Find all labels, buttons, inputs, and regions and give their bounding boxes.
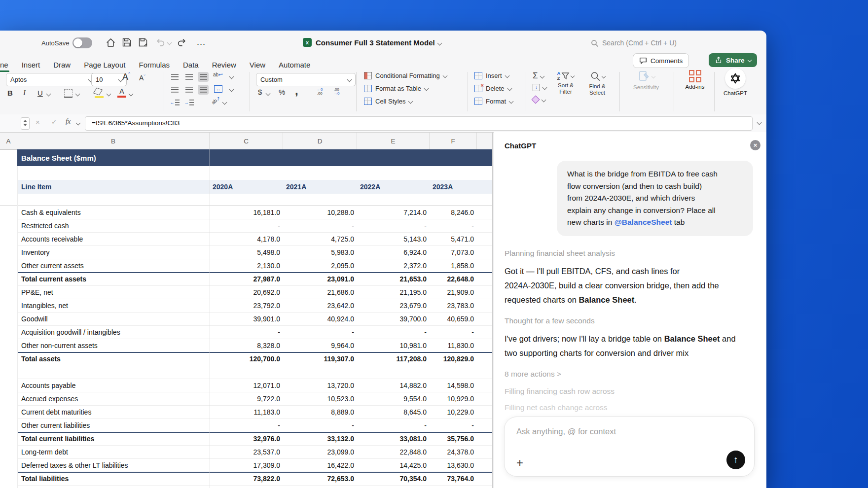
table-row[interactable]: Total current liabilities32,976.033,132.… bbox=[0, 432, 493, 445]
cell-value[interactable]: - bbox=[430, 421, 477, 429]
cell-value[interactable]: 23,792.0 bbox=[210, 302, 283, 310]
row-label[interactable]: Total current liabilities bbox=[17, 435, 210, 443]
comma-style-button[interactable]: , bbox=[295, 84, 298, 98]
tab-view[interactable]: View bbox=[250, 61, 265, 69]
cell-value[interactable]: 120,700.0 bbox=[210, 355, 283, 363]
cell-value[interactable]: - bbox=[357, 222, 430, 230]
format-cells-button[interactable]: Format bbox=[474, 98, 513, 105]
cell-value[interactable]: 23,099.0 bbox=[283, 448, 357, 456]
row-label[interactable]: Long-term debt bbox=[17, 448, 210, 456]
search-icon[interactable] bbox=[591, 39, 599, 47]
cell-value[interactable]: 23,537.0 bbox=[210, 448, 283, 456]
cell-value[interactable]: - bbox=[210, 421, 283, 429]
more-actions-link[interactable]: 8 more actions > bbox=[505, 370, 754, 379]
send-button[interactable]: ↑ bbox=[726, 451, 745, 469]
row-label[interactable]: Total assets bbox=[17, 355, 210, 363]
cell-value[interactable]: 120,829.0 bbox=[430, 355, 477, 363]
enter-icon[interactable]: ✓ bbox=[51, 118, 57, 126]
cell-value[interactable]: 40,924.0 bbox=[283, 315, 357, 323]
cell-value[interactable]: 39,700.0 bbox=[357, 315, 430, 323]
table-row[interactable]: Other current liabilities---- bbox=[0, 418, 493, 432]
fill-button[interactable]: ↓ bbox=[533, 84, 546, 91]
tab-review[interactable]: Review bbox=[212, 61, 236, 69]
cell-value[interactable]: 9,964.0 bbox=[283, 342, 357, 349]
cell-value[interactable]: 21,195.0 bbox=[357, 288, 430, 296]
undo-icon[interactable] bbox=[155, 37, 166, 48]
row-label[interactable]: Other current liabilities bbox=[17, 421, 210, 429]
cell-value[interactable]: 72,653.0 bbox=[283, 475, 357, 483]
cell-value[interactable]: 14,598.0 bbox=[430, 382, 477, 389]
cell-value[interactable]: 2,130.0 bbox=[210, 262, 283, 270]
fill-color-chevron-icon[interactable] bbox=[107, 92, 111, 97]
tab-data[interactable]: Data bbox=[183, 61, 199, 69]
tab-insert[interactable]: Insert bbox=[22, 61, 40, 69]
row-label[interactable]: Deferred taxes & other LT liabilities bbox=[17, 461, 210, 469]
align-middle-icon[interactable] bbox=[183, 72, 194, 82]
currency-chevron-icon[interactable] bbox=[266, 91, 271, 96]
spacer-row[interactable] bbox=[0, 194, 493, 206]
cell-value[interactable]: 10,929.0 bbox=[430, 395, 477, 403]
find-select-button[interactable]: Find &Select bbox=[583, 71, 612, 96]
column-headers[interactable]: ABCDEF bbox=[0, 133, 493, 150]
comments-button[interactable]: Comments bbox=[633, 53, 689, 68]
blank-row[interactable] bbox=[0, 365, 493, 379]
format-as-table-button[interactable]: Format as Table bbox=[364, 85, 428, 92]
row-label[interactable]: Cash & equivalents bbox=[17, 209, 210, 216]
row-label[interactable]: Intangibles, net bbox=[17, 302, 210, 310]
cell-value[interactable]: 23,783.0 bbox=[430, 302, 477, 310]
cell-value[interactable]: 2,372.0 bbox=[357, 262, 430, 270]
table-row[interactable]: PP&E, net20,692.021,686.021,195.021,909.… bbox=[0, 285, 493, 299]
table-row[interactable]: Goodwill39,901.040,924.039,700.040,659.0 bbox=[0, 312, 493, 325]
cell-value[interactable]: - bbox=[283, 328, 357, 336]
cell-value[interactable]: 21,909.0 bbox=[430, 288, 477, 296]
column-header-e[interactable]: E bbox=[357, 133, 430, 149]
cell-value[interactable]: 5,983.0 bbox=[283, 248, 357, 256]
table-row[interactable]: Other non-current assets8,328.09,964.010… bbox=[0, 339, 493, 352]
cell-value[interactable]: 27,987.0 bbox=[210, 275, 283, 283]
table-row[interactable]: Acquisition goodwill / intangibles---- bbox=[0, 325, 493, 339]
increase-indent-icon[interactable]: → bbox=[183, 98, 194, 107]
wrap-text-icon[interactable]: ab↩ bbox=[213, 72, 223, 77]
cell-value[interactable]: 5,471.0 bbox=[430, 235, 477, 243]
borders-icon[interactable] bbox=[64, 89, 72, 98]
currency-button[interactable]: $ bbox=[258, 88, 262, 96]
table-row[interactable]: Long-term debt23,537.023,099.022,848.024… bbox=[0, 445, 493, 458]
align-left-icon[interactable] bbox=[169, 85, 180, 95]
more-commands-icon[interactable]: … bbox=[196, 36, 206, 47]
cell-value[interactable]: - bbox=[357, 328, 430, 336]
delete-cells-button[interactable]: Delete bbox=[474, 85, 511, 92]
fx-icon[interactable]: fx bbox=[66, 118, 71, 126]
table-row[interactable]: Other current assets2,130.02,095.02,372.… bbox=[0, 259, 493, 272]
row-label[interactable]: Goodwill bbox=[17, 315, 210, 323]
sheet-year-header-row[interactable]: Line Item 2020A 2021A 2022A 2023A bbox=[17, 180, 493, 194]
cell-value[interactable]: 5,143.0 bbox=[357, 235, 430, 243]
cell-value[interactable]: 24,378.0 bbox=[430, 448, 477, 456]
row-label[interactable]: Accrued expenses bbox=[17, 395, 210, 403]
grow-font-button[interactable]: Aˆ bbox=[122, 72, 130, 82]
decrease-indent-icon[interactable]: ← bbox=[169, 98, 180, 107]
cell-value[interactable]: 21,686.0 bbox=[283, 288, 357, 296]
cell-value[interactable]: 5,498.0 bbox=[210, 248, 283, 256]
share-button[interactable]: Share bbox=[709, 53, 757, 67]
table-row[interactable]: Intangibles, net23,792.023,642.023,679.0… bbox=[0, 299, 493, 312]
tab-ne[interactable]: ne bbox=[0, 61, 8, 69]
cell-value[interactable]: 8,246.0 bbox=[430, 209, 477, 216]
cell-value[interactable]: 10,229.0 bbox=[430, 408, 477, 416]
redo-icon[interactable] bbox=[177, 37, 187, 48]
chatgpt-ribbon-button[interactable]: ChatGPT bbox=[719, 68, 752, 97]
table-row[interactable]: Deferred taxes & other LT liabilities17,… bbox=[0, 458, 493, 472]
bold-button[interactable]: B bbox=[7, 89, 13, 97]
underline-button[interactable]: U bbox=[37, 89, 43, 97]
document-title[interactable]: Consumer Full 3 Statement Model bbox=[316, 38, 435, 47]
font-color-chevron-icon[interactable] bbox=[129, 92, 134, 97]
fill-color-icon[interactable] bbox=[95, 88, 104, 98]
align-center-icon[interactable] bbox=[183, 85, 194, 95]
borders-chevron-icon[interactable] bbox=[75, 92, 80, 97]
row-label[interactable]: Inventory bbox=[17, 248, 210, 256]
cell-value[interactable]: 9,554.0 bbox=[357, 395, 430, 403]
composer-input[interactable]: Ask anything, @ for context bbox=[516, 427, 616, 436]
name-box-stepper[interactable] bbox=[21, 117, 30, 130]
table-row[interactable]: Inventory5,498.05,983.06,924.07,073.0 bbox=[0, 245, 493, 259]
column-header-f[interactable]: F bbox=[430, 133, 477, 149]
cell-value[interactable]: 33,132.0 bbox=[283, 435, 357, 443]
